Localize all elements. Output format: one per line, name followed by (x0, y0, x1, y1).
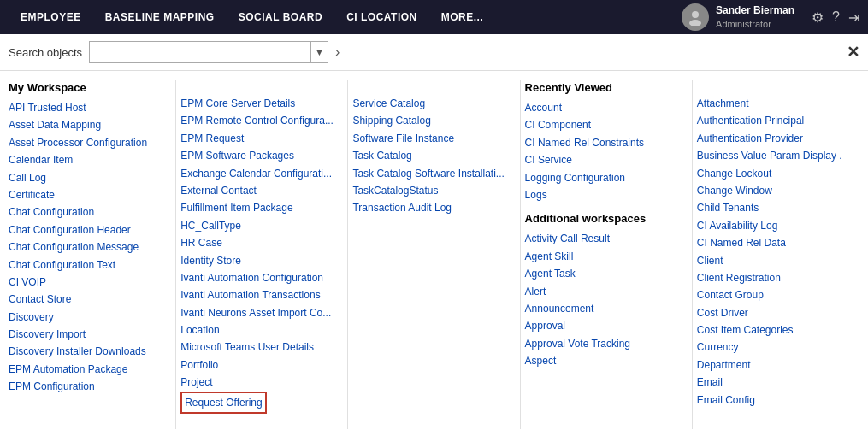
list-item[interactable]: Client (697, 252, 851, 269)
list-item[interactable]: Email Config (697, 392, 851, 409)
divider-1 (175, 80, 176, 429)
list-item[interactable]: HR Case (180, 234, 334, 251)
list-item[interactable]: Client Registration (697, 269, 851, 286)
list-item[interactable]: External Contact (180, 182, 334, 199)
list-item[interactable]: Task Catalog (352, 147, 506, 164)
list-item[interactable]: Department (697, 356, 851, 374)
list-item[interactable]: Ivanti Automation Transactions (180, 286, 334, 303)
list-item[interactable]: Cost Item Categories (697, 321, 851, 339)
logout-icon[interactable]: ⇥ (848, 9, 859, 26)
list-item[interactable]: Announcement (525, 300, 679, 317)
list-item[interactable]: Ivanti Automation Configuration (180, 269, 334, 286)
list-item[interactable]: Alert (525, 283, 679, 300)
list-item[interactable]: HC_CallType (180, 217, 334, 234)
divider-2 (347, 80, 348, 429)
list-item[interactable]: Child Tenants (697, 199, 851, 216)
search-input[interactable] (90, 44, 310, 61)
list-item[interactable]: Logging Configuration (525, 169, 679, 186)
column-4: Recently Viewed Account CI Component CI … (525, 80, 688, 429)
list-item[interactable]: Business Value Param Display . (697, 147, 851, 164)
list-item[interactable]: Agent Task (525, 265, 679, 282)
list-item[interactable]: Email (697, 374, 851, 391)
list-item[interactable]: Change Lockout (697, 165, 851, 182)
list-item[interactable]: CI Named Rel Constraints (525, 134, 679, 151)
list-item[interactable]: Chat Configuration Message (9, 239, 162, 256)
list-item[interactable]: CI Component (525, 116, 679, 133)
list-item[interactable]: Account (525, 99, 679, 116)
list-item[interactable]: EPM Automation Package (9, 361, 162, 378)
list-item[interactable]: Microsoft Teams User Details (180, 339, 334, 356)
list-item[interactable]: Discovery (9, 309, 162, 326)
list-item[interactable]: Contact Group (697, 286, 851, 303)
list-item[interactable]: Authentication Principal (697, 112, 851, 129)
nav-more[interactable]: MORE... (429, 0, 496, 34)
list-item[interactable]: Software File Instance (352, 130, 506, 147)
list-item[interactable]: CI Service (525, 151, 679, 168)
list-item[interactable]: Agent Skill (525, 248, 679, 265)
list-item[interactable]: EPM Request (180, 130, 334, 147)
request-offering-link[interactable]: Request Offering (180, 392, 267, 414)
list-item[interactable]: Approval (525, 317, 679, 334)
list-item[interactable]: Chat Configuration Header (9, 221, 162, 239)
list-item[interactable]: Cost Driver (697, 304, 851, 321)
list-item[interactable]: Discovery Installer Downloads (9, 343, 162, 360)
help-icon[interactable]: ? (832, 9, 840, 25)
list-item[interactable]: CI Availability Log (697, 217, 851, 234)
list-item[interactable]: CI Named Rel Data (697, 234, 851, 251)
column-5: Attachment Authentication Principal Auth… (697, 80, 859, 429)
list-item[interactable]: Attachment (697, 95, 851, 112)
list-item[interactable]: Fulfillment Item Package (180, 199, 334, 216)
list-item[interactable]: EPM Configuration (9, 378, 162, 395)
list-item[interactable]: Chat Configuration (9, 203, 162, 221)
list-item[interactable]: Exchange Calendar Configurati... (180, 165, 334, 182)
list-item[interactable]: Aspect (525, 352, 679, 369)
list-item[interactable]: API Trusted Host (9, 99, 162, 116)
list-item[interactable]: Project (180, 374, 334, 391)
list-item[interactable]: Asset Data Mapping (9, 116, 162, 133)
list-item[interactable]: Contact Store (9, 291, 162, 308)
recently-viewed-title: Recently Viewed (525, 81, 679, 94)
main-content: My Workspace API Trusted Host Asset Data… (0, 71, 868, 429)
list-item[interactable]: Certificate (9, 186, 162, 203)
user-info: Sander Bierman Administrator (716, 4, 794, 30)
column-2: EPM Core Server Details EPM Remote Contr… (180, 80, 343, 429)
search-input-wrap: ▼ (89, 41, 328, 63)
user-name: Sander Bierman (716, 4, 794, 18)
list-item[interactable]: Service Catalog (352, 95, 506, 112)
list-item[interactable]: TaskCatalogStatus (352, 182, 506, 199)
list-item[interactable]: Asset Processor Configuration (9, 134, 162, 151)
list-item[interactable]: Identity Store (180, 252, 334, 269)
list-item[interactable]: Logs (525, 186, 679, 203)
list-item[interactable]: EPM Remote Control Configura... (180, 112, 334, 129)
divider-3 (520, 80, 521, 429)
close-icon[interactable]: ✕ (847, 43, 859, 62)
nav-employee[interactable]: EMPLOYEE (9, 0, 93, 34)
list-item[interactable]: Currency (697, 339, 851, 356)
nav-baseline-mapping[interactable]: BASELINE MAPPING (93, 0, 227, 34)
svg-point-1 (689, 20, 701, 26)
list-item[interactable]: Portfolio (180, 356, 334, 374)
list-item[interactable]: Call Log (9, 169, 162, 186)
list-item[interactable]: Approval Vote Tracking (525, 335, 679, 352)
settings-icon[interactable]: ⚙ (812, 9, 824, 26)
list-item[interactable]: Authentication Provider (697, 130, 851, 147)
list-item[interactable]: Shipping Catalog (352, 112, 506, 129)
search-dropdown-arrow[interactable]: ▼ (310, 42, 328, 62)
list-item[interactable]: Ivanti Neurons Asset Import Co... (180, 304, 334, 321)
nav-ci-location[interactable]: CI LOCATION (334, 0, 429, 34)
list-item[interactable]: Transaction Audit Log (352, 199, 506, 216)
list-item[interactable]: Discovery Import (9, 326, 162, 343)
list-item[interactable]: Task Catalog Software Installati... (352, 165, 506, 182)
nav-action-icons: ⚙ ? ⇥ (812, 9, 859, 26)
list-item[interactable]: EPM Core Server Details (180, 95, 334, 112)
list-item[interactable]: Chat Configuration Text (9, 256, 162, 274)
list-item[interactable]: Activity Call Result (525, 230, 679, 247)
search-forward-icon[interactable]: › (335, 44, 340, 60)
list-item[interactable]: CI VOIP (9, 274, 162, 291)
list-item[interactable]: EPM Software Packages (180, 147, 334, 164)
list-item[interactable]: Change Window (697, 182, 851, 199)
list-item[interactable]: Location (180, 321, 334, 339)
nav-items: EMPLOYEE BASELINE MAPPING SOCIAL BOARD C… (9, 0, 682, 34)
nav-social-board[interactable]: SOCIAL BOARD (227, 0, 334, 34)
list-item[interactable]: Calendar Item (9, 151, 162, 168)
